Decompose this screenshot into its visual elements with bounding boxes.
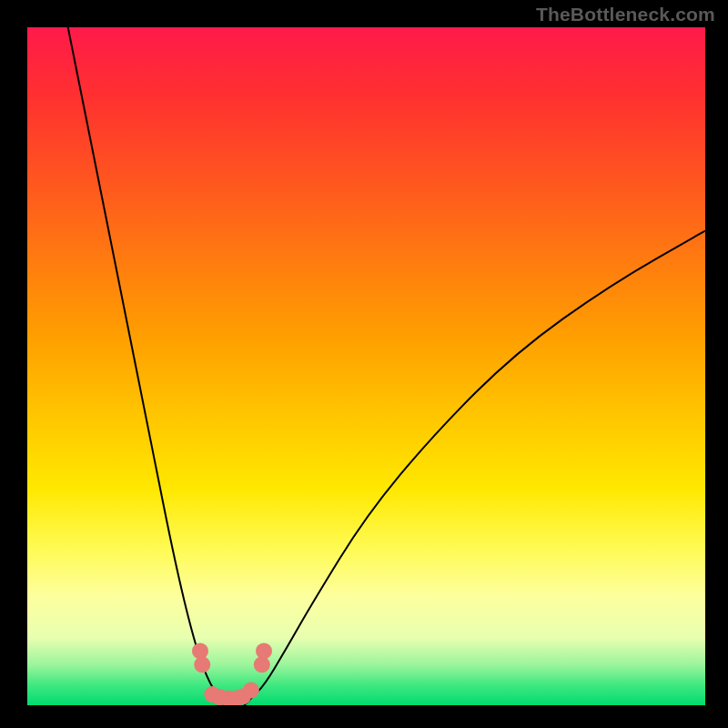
marker-point — [194, 656, 210, 672]
marker-point — [243, 682, 259, 699]
curve-left — [68, 27, 224, 705]
plot-area — [27, 27, 705, 705]
chart-svg — [27, 27, 705, 705]
chart-frame: TheBottleneck.com — [0, 0, 728, 728]
marker-point — [256, 642, 272, 659]
watermark-text: TheBottleneck.com — [536, 4, 715, 25]
highlight-markers — [192, 642, 272, 705]
curve-right — [244, 231, 705, 706]
